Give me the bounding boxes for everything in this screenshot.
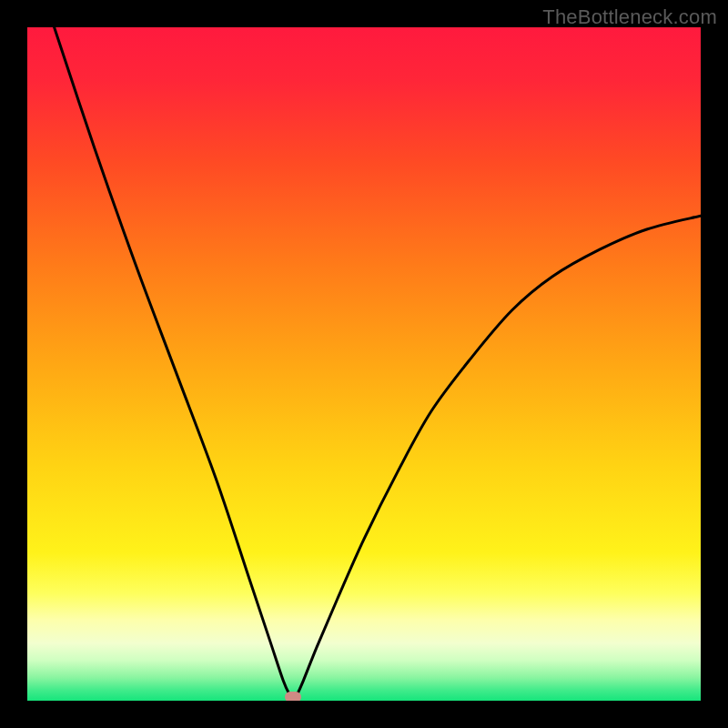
watermark-text: TheBottleneck.com [542,5,717,29]
plot-area [27,27,701,701]
optimal-point-marker [285,692,301,701]
bottleneck-curve [55,27,701,700]
curve-layer [27,27,701,701]
chart-frame: TheBottleneck.com [0,0,728,728]
